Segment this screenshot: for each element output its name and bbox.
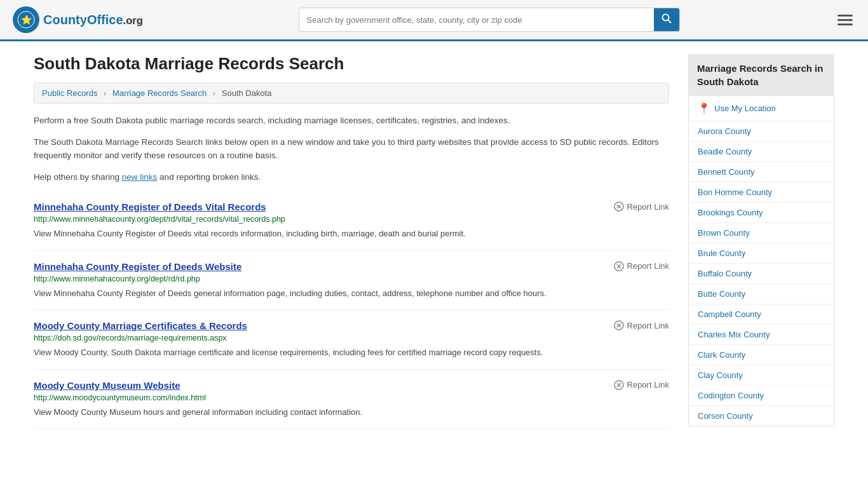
sidebar-county-link[interactable]: Butte County	[689, 284, 834, 304]
result-title[interactable]: Minnehaha County Register of Deeds Vital…	[34, 201, 266, 212]
sidebar-county-link[interactable]: Brule County	[689, 243, 834, 264]
county-links: Aurora CountyBeadle CountyBennett County…	[689, 121, 834, 426]
logo-icon: ⭐	[13, 6, 39, 33]
svg-text:⭐: ⭐	[21, 15, 32, 25]
breadcrumb-link-marriage[interactable]: Marriage Records Search	[112, 88, 207, 98]
breadcrumb-sep: ›	[104, 88, 106, 98]
page-title: South Dakota Marriage Records Search	[34, 54, 669, 74]
result-title-row: Moody County Museum Website Report Link	[34, 380, 669, 391]
result-item: Minnehaha County Register of Deeds Vital…	[34, 191, 669, 251]
sidebar-county-link[interactable]: Clark County	[689, 345, 834, 365]
sidebar-county-link[interactable]: Charles Mix County	[689, 325, 834, 345]
sidebar-county-link[interactable]: Brookings County	[689, 203, 834, 223]
content-area: South Dakota Marriage Records Search Pub…	[34, 54, 669, 429]
report-label: Report Link	[627, 202, 669, 212]
result-title-row: Minnehaha County Register of Deeds Websi…	[34, 261, 669, 272]
logo-area: ⭐ CountyOffice.org	[13, 6, 143, 33]
search-button[interactable]	[654, 8, 679, 31]
result-item: Minnehaha County Register of Deeds Websi…	[34, 251, 669, 311]
sidebar-content: 📍 Use My Location Aurora CountyBeadle Co…	[688, 96, 834, 426]
description-2: The South Dakota Marriage Records Search…	[34, 135, 669, 163]
sidebar-county-link[interactable]: Corson County	[689, 406, 834, 426]
logo-text: CountyOffice.org	[43, 13, 143, 27]
report-icon	[614, 320, 624, 330]
sidebar-county-link[interactable]: Bennett County	[689, 162, 834, 182]
sidebar-county-link[interactable]: Buffalo County	[689, 264, 834, 284]
menu-line	[837, 19, 853, 21]
result-url: http://www.minnehahacounty.org/dept/rd/r…	[34, 274, 669, 283]
result-url: https://doh.sd.gov/records/marriage-requ…	[34, 334, 669, 342]
breadcrumb-current: South Dakota	[222, 88, 272, 98]
result-title[interactable]: Moody County Marriage Certificates & Rec…	[34, 320, 247, 331]
result-description: View Minnehaha County Register of Deeds …	[34, 227, 669, 240]
result-item: Moody County Marriage Certificates & Rec…	[34, 310, 669, 370]
result-item: Moody County Museum Website Report Link …	[34, 370, 669, 430]
result-description: View Moody County, South Dakota marriage…	[34, 346, 669, 359]
description-3: Help others by sharing new links and rep…	[34, 170, 669, 184]
description-1: Perform a free South Dakota public marri…	[34, 114, 669, 128]
report-label: Report Link	[627, 261, 669, 271]
report-icon	[614, 261, 624, 271]
breadcrumb: Public Records › Marriage Records Search…	[34, 83, 669, 104]
location-icon: 📍	[698, 102, 710, 114]
search-input-wrap	[299, 8, 680, 32]
result-url: http://www.minnehahacounty.org/dept/rd/v…	[34, 215, 669, 224]
result-url: http://www.moodycountymuseum.com/index.h…	[34, 393, 669, 402]
search-bar	[299, 8, 680, 32]
sidebar-title: Marriage Records Search in South Dakota	[688, 54, 834, 96]
report-link-button[interactable]: Report Link	[614, 320, 669, 330]
search-input[interactable]	[299, 10, 654, 30]
report-icon	[614, 380, 624, 390]
result-title-row: Moody County Marriage Certificates & Rec…	[34, 320, 669, 331]
report-label: Report Link	[627, 380, 669, 390]
results-container: Minnehaha County Register of Deeds Vital…	[34, 191, 669, 429]
result-title-row: Minnehaha County Register of Deeds Vital…	[34, 201, 669, 212]
menu-line	[837, 24, 853, 25]
sidebar: Marriage Records Search in South Dakota …	[688, 54, 834, 429]
breadcrumb-sep: ›	[213, 88, 215, 98]
sidebar-county-link[interactable]: Beadle County	[689, 142, 834, 162]
report-link-button[interactable]: Report Link	[614, 201, 669, 212]
result-title[interactable]: Minnehaha County Register of Deeds Websi…	[34, 261, 241, 272]
result-title[interactable]: Moody County Museum Website	[34, 380, 180, 391]
result-description: View Moody County Museum hours and gener…	[34, 406, 669, 419]
sidebar-county-link[interactable]: Bon Homme County	[689, 182, 834, 203]
result-description: View Minnehaha County Register of Deeds …	[34, 287, 669, 300]
report-link-button[interactable]: Report Link	[614, 261, 669, 271]
sidebar-county-link[interactable]: Codington County	[689, 386, 834, 406]
main-container: South Dakota Marriage Records Search Pub…	[21, 41, 847, 442]
report-label: Report Link	[627, 321, 669, 330]
svg-point-2	[662, 15, 668, 21]
breadcrumb-link-public-records[interactable]: Public Records	[42, 88, 97, 98]
svg-line-3	[668, 20, 671, 24]
sidebar-county-link[interactable]: Aurora County	[689, 121, 834, 142]
sidebar-county-link[interactable]: Brown County	[689, 223, 834, 243]
sidebar-county-link[interactable]: Clay County	[689, 365, 834, 386]
sidebar-county-link[interactable]: Campbell County	[689, 304, 834, 325]
use-location-label: Use My Location	[714, 104, 776, 113]
report-link-button[interactable]: Report Link	[614, 380, 669, 390]
use-location-button[interactable]: 📍 Use My Location	[689, 96, 834, 121]
menu-button[interactable]	[835, 12, 855, 28]
report-icon	[614, 201, 624, 212]
new-links-link[interactable]: new links	[122, 172, 158, 182]
site-header: ⭐ CountyOffice.org	[0, 0, 868, 41]
menu-line	[837, 15, 853, 17]
